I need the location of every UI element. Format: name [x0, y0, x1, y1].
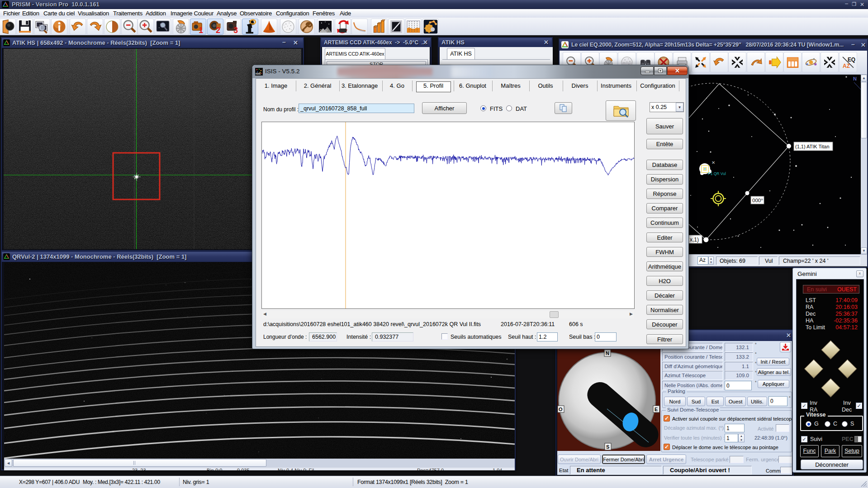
svg-text:O: O [559, 407, 563, 412]
svg-text:E: E [655, 407, 658, 412]
svg-text:N: N [606, 351, 609, 356]
svg-text:N: N [853, 76, 857, 81]
svg-text:1: 1 [199, 26, 203, 34]
svg-text:ISIS: ISIS [256, 72, 261, 75]
svg-text:P1 QR Vul: P1 QR Vul [708, 171, 726, 176]
svg-text:x,1): x,1) [690, 237, 699, 243]
svg-text:2: 2 [216, 26, 220, 34]
svg-text:✕: ✕ [711, 160, 715, 165]
svg-text:AZ: AZ [843, 63, 850, 69]
svg-text:3: 3 [233, 26, 238, 34]
svg-text:(1,1) ATIK Titan: (1,1) ATIK Titan [795, 144, 830, 149]
svg-text:000°: 000° [752, 198, 763, 203]
svg-text:EQ: EQ [848, 57, 855, 63]
svg-text:S: S [606, 444, 609, 450]
svg-text:CCD: CCD [319, 29, 327, 33]
